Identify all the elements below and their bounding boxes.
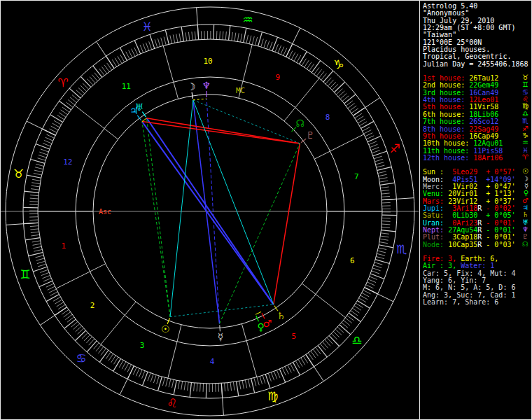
degree-tick [104,65,109,72]
planet-position: 5Leo29 [448,168,477,176]
degree-tick [39,152,47,155]
house-label: 1st house: [423,74,469,82]
degree-tick [31,189,39,190]
planet-label: Sun : [423,168,448,176]
degree-tick [344,94,356,104]
house-number-6: 6 [350,256,355,265]
house-number-11: 11 [122,82,131,91]
degree-tick [284,48,287,56]
degree-tick [118,56,122,63]
sign-boundary-line [353,98,379,116]
zodiac-glyph-capricorn: ♑ [333,57,344,71]
degree-tick [42,275,50,278]
degree-tick [379,242,388,244]
degree-tick [49,289,57,293]
degree-tick [252,36,254,45]
degree-tick [329,336,340,346]
house-cusp-value: 12Aqu01 [473,139,503,147]
chart-info-panel: Astrolog 5.40"Anonymous"Thu July 29, 201… [419,1,532,419]
degree-tick [294,54,298,61]
degree-tick [378,251,386,253]
sign-glyph: ♈ [522,154,528,161]
degree-tick [244,28,246,43]
planet-label: Plut: [423,233,448,241]
degree-tick [64,312,71,317]
summary-segment: Water: 1 [461,262,494,270]
degree-tick [372,150,379,153]
degree-tick [33,246,41,248]
sign-boundary-line [197,8,199,40]
zodiac-glyph-taurus: ♉ [13,167,24,181]
house-number-7: 7 [354,172,359,181]
degree-tick [40,270,48,272]
degree-tick [176,34,178,43]
house-label: 2nd house: [423,81,469,89]
degree-tick [61,110,68,115]
degree-tick [36,144,50,149]
degree-tick [302,59,306,66]
degree-tick [129,50,132,58]
degree-tick [295,360,300,368]
degree-tick [258,32,262,46]
planet-velocity: - 0°02' [482,204,515,212]
degree-tick [32,179,41,181]
degree-tick [120,55,125,62]
degree-tick [237,33,239,41]
degree-tick [364,130,372,134]
degree-tick [307,62,312,69]
zodiac-glyph-leo: ♌ [167,396,177,410]
degree-tick [278,46,281,53]
degree-tick [233,382,234,391]
summary-line: Learn: 7, Share: 6 [423,299,531,306]
degree-tick [378,248,386,250]
summary-segment: Air : 3, [423,262,461,270]
house-label: 8th house: [423,125,469,133]
degree-tick [311,351,316,358]
planet-glyph-saturn: ♄ [276,310,286,321]
degree-tick [381,187,389,188]
degree-tick [57,115,64,120]
degree-tick [304,60,309,67]
degree-tick [197,383,197,391]
degree-tick [272,37,278,51]
degree-tick [120,48,127,60]
planet-label: Jupi: [423,204,448,212]
house-label: 12th house: [423,154,473,162]
degree-tick [174,380,176,395]
degree-tick [246,35,248,43]
degree-tick [288,365,291,373]
degree-tick [254,378,256,386]
aspect-line-square [147,118,300,144]
planet-glyph-sun: ☉ [161,323,170,335]
planet-glyph-moon: ☽ [187,81,196,92]
degree-tick [262,375,265,383]
degree-tick [275,44,279,52]
degree-tick [36,255,44,258]
planet-label: Merc: [423,183,448,190]
degree-tick [30,195,38,196]
degree-tick [268,373,271,381]
degree-tick [201,31,202,39]
sign-boundary-line [27,121,55,135]
degree-tick [232,32,233,41]
degree-tick [87,341,97,352]
degree-tick [59,113,66,118]
degree-tick [363,127,370,132]
degree-tick [362,293,370,297]
degree-tick [282,368,286,375]
planet-position: 20Vir01 [448,190,477,197]
house-cusp-list: 1st house: 26Tau12♉2nd house: 22Gem49♊3r… [423,75,531,162]
degree-tick [369,141,377,145]
aspect-line-square [142,122,300,144]
planet-position: 3Ari18 [448,204,477,212]
degree-tick [220,31,220,39]
degree-tick [370,276,377,280]
degree-tick [186,32,187,41]
house-cusp-value: 26Sco12 [469,118,498,125]
zodiac-glyph-virgo: ♍ [267,389,278,403]
degree-tick [31,183,40,184]
degree-tick [143,43,146,51]
degree-tick [172,379,174,388]
degree-tick [352,308,359,313]
planet-position: 1Vir02 [448,183,477,190]
